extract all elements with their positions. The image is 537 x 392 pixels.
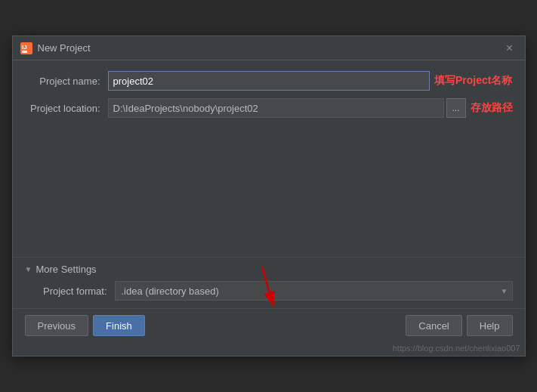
dialog-body: Project name: 填写Project名称 Project locati… — [13, 60, 525, 136]
close-button[interactable]: × — [502, 41, 517, 56]
cancel-button[interactable]: Cancel — [406, 315, 461, 336]
more-settings-header[interactable]: ▼ More Settings — [25, 264, 513, 275]
project-location-input[interactable] — [108, 98, 444, 118]
dialog-footer: Previous Finish Cancel Help — [13, 308, 525, 342]
project-format-row: Project format: .idea (directory based)E… — [35, 281, 513, 301]
svg-text:IJ: IJ — [22, 44, 27, 51]
more-settings-label: More Settings — [35, 264, 96, 275]
footer-left: Previous Finish — [25, 315, 145, 336]
project-format-wrapper: .idea (directory based)Eclipse (.classpa… — [115, 281, 513, 301]
title-bar-left: IJ New Project — [20, 42, 91, 54]
project-location-row: Project location: ... 存放路径 — [25, 98, 513, 118]
footer-right: Cancel Help — [406, 315, 512, 336]
footer-wrapper: Previous Finish Cancel Help https://blog… — [13, 308, 525, 356]
help-button[interactable]: Help — [467, 315, 513, 336]
project-location-field-wrapper: ... — [108, 98, 466, 118]
project-name-annotation: 填写Project名称 — [434, 74, 512, 88]
new-project-dialog: IJ New Project × Project name: 填写Project… — [12, 35, 526, 357]
title-bar: IJ New Project × — [13, 36, 525, 60]
more-settings-section: ▼ More Settings Project format: .idea (d… — [13, 257, 525, 308]
project-name-input[interactable] — [108, 71, 431, 91]
project-location-annotation: 存放路径 — [471, 101, 513, 115]
middle-area — [13, 136, 525, 257]
project-location-label: Project location: — [25, 103, 108, 114]
project-format-select[interactable]: .idea (directory based)Eclipse (.classpa… — [115, 281, 513, 301]
project-format-label: Project format: — [35, 286, 115, 297]
svg-rect-1 — [22, 51, 27, 53]
project-name-row: Project name: 填写Project名称 — [25, 71, 513, 91]
browse-button[interactable]: ... — [446, 98, 466, 118]
expand-icon: ▼ — [25, 265, 32, 273]
finish-button[interactable]: Finish — [93, 315, 145, 336]
intellij-icon: IJ — [20, 42, 32, 54]
dialog-title: New Project — [38, 42, 91, 54]
watermark: https://blog.csdn.net/chenlixiao007 — [13, 342, 525, 356]
previous-button[interactable]: Previous — [25, 315, 89, 336]
project-name-label: Project name: — [25, 76, 108, 87]
